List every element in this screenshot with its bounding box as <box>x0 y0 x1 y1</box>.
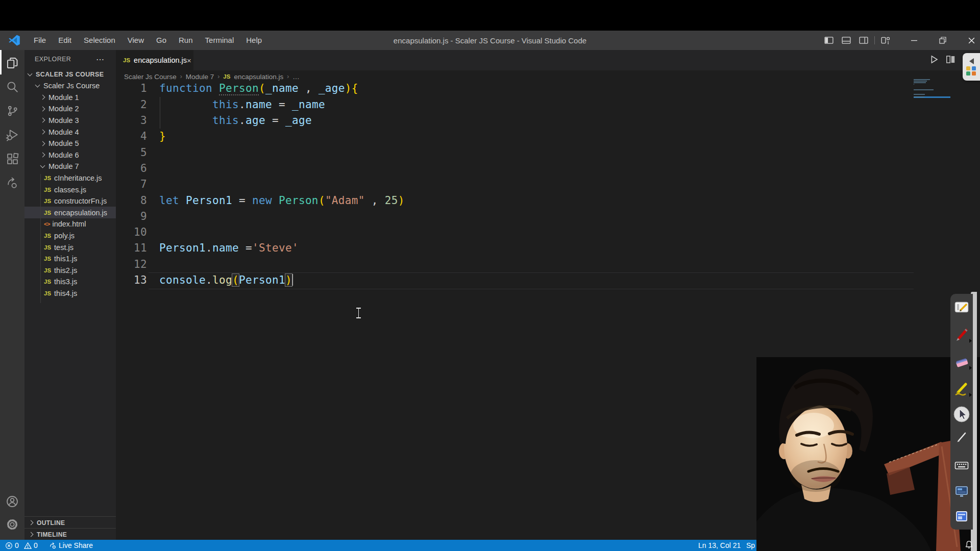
close-icon[interactable] <box>963 31 980 50</box>
code-line-4[interactable]: } <box>159 129 166 144</box>
file-this4.js[interactable]: JSthis4.js <box>24 287 116 299</box>
eraser-icon[interactable] <box>952 353 971 371</box>
line-number: 7 <box>116 177 147 192</box>
status-warnings[interactable]: 0 <box>24 540 38 551</box>
toggle-secondary-sidebar-icon[interactable] <box>855 31 872 50</box>
activitybar-run-debug[interactable] <box>0 123 24 146</box>
menu-view[interactable]: View <box>121 31 150 50</box>
activitybar-search[interactable] <box>0 75 24 98</box>
small-pen-icon[interactable] <box>952 428 971 446</box>
menu-help[interactable]: Help <box>240 31 268 50</box>
tree-indent-guide <box>40 174 41 303</box>
cursor-tool-icon[interactable] <box>952 405 971 423</box>
flyout-arrow-icon <box>969 339 972 343</box>
activitybar-extensions[interactable] <box>0 147 24 170</box>
minimap[interactable] <box>914 79 950 151</box>
status-errors[interactable]: 0 <box>5 540 19 551</box>
file-encapsulation.js[interactable]: JSencapsulation.js <box>24 207 116 218</box>
divider <box>874 36 875 44</box>
cursor-position[interactable]: Ln 13, Col 21 <box>698 540 741 551</box>
js-file-icon: JS <box>44 175 51 181</box>
chevron-down-icon <box>40 163 45 168</box>
file-index.html[interactable]: <>index.html <box>24 218 116 230</box>
folder-module-5[interactable]: Module 5 <box>24 138 116 149</box>
folder-module-3[interactable]: Module 3 <box>24 114 116 126</box>
toggle-sidebar-icon[interactable] <box>820 31 838 50</box>
file-cInheritance.js[interactable]: JScInheritance.js <box>24 172 116 184</box>
minimize-icon[interactable] <box>905 31 923 50</box>
vscode-logo-icon <box>8 34 20 46</box>
timeline-section[interactable]: TIMELINE <box>24 528 116 540</box>
folder-module-6[interactable]: Module 6 <box>24 149 116 161</box>
menu-selection[interactable]: Selection <box>78 31 121 50</box>
restore-icon[interactable] <box>934 31 951 50</box>
window-icon[interactable] <box>952 507 971 525</box>
js-file-icon: JS <box>44 290 51 296</box>
explorer-sidebar: EXPLORER ⋯ SCALER JS COURSEScaler Js Cou… <box>24 50 116 540</box>
pen-collapsed-panel[interactable] <box>963 53 980 81</box>
file-constructorFn.js[interactable]: JSconstructorFn.js <box>24 195 116 207</box>
mini-tools-icons <box>966 66 976 76</box>
code-line-2[interactable]: this.name = _name <box>159 97 325 113</box>
menu-file[interactable]: File <box>28 31 52 50</box>
file-test.js[interactable]: JStest.js <box>24 241 116 253</box>
js-file-icon: JS <box>44 267 51 273</box>
menu-terminal[interactable]: Terminal <box>199 31 240 50</box>
chevron-right-icon <box>40 130 45 135</box>
outline-section[interactable]: OUTLINE <box>24 516 116 529</box>
activitybar-explorer[interactable] <box>0 51 24 74</box>
file-this2.js[interactable]: JSthis2.js <box>24 264 116 276</box>
code-line-3[interactable]: this.age = _age <box>159 113 312 129</box>
folder-module-4[interactable]: Module 4 <box>24 126 116 138</box>
whiteboard-pen-icon[interactable] <box>952 298 971 316</box>
red-pen-icon[interactable] <box>952 325 971 344</box>
js-file-icon: JS <box>44 187 51 193</box>
activitybar-source-control[interactable] <box>0 99 24 122</box>
file-this1.js[interactable]: JSthis1.js <box>24 253 116 265</box>
minimap-line <box>914 94 925 95</box>
folder-module-2[interactable]: Module 2 <box>24 103 116 115</box>
line-number: 11 <box>116 240 147 256</box>
folder-module-7[interactable]: Module 7 <box>24 161 116 172</box>
folder-module-1[interactable]: Module 1 <box>24 91 116 103</box>
activitybar-live-share[interactable] <box>0 171 24 194</box>
screen-icon[interactable] <box>952 483 971 501</box>
file-this3.js[interactable]: JSthis3.js <box>24 276 116 288</box>
js-file-icon: JS <box>44 256 51 262</box>
line-number: 12 <box>116 257 147 272</box>
js-file-icon: JS <box>44 198 51 204</box>
menu-edit[interactable]: Edit <box>52 31 78 50</box>
highlighter-icon[interactable] <box>952 380 971 398</box>
code-line-11[interactable]: Person1.name ='Steve' <box>159 240 299 256</box>
chevron-down-icon <box>28 71 33 76</box>
pen-toolbar <box>950 294 973 530</box>
menu-go[interactable]: Go <box>150 31 173 50</box>
line-number: 9 <box>116 209 147 224</box>
notifications-bell-icon[interactable] <box>965 540 973 551</box>
chevron-right-icon <box>40 118 45 123</box>
minimap-line <box>914 82 926 83</box>
code-line-8[interactable]: let Person1 = new Person("Adam" , 25) <box>159 193 405 209</box>
folder-scaler-js-course[interactable]: Scaler Js Course <box>24 80 116 92</box>
line-number: 5 <box>116 145 147 161</box>
text-caret <box>292 274 293 286</box>
keyboard-icon[interactable] <box>952 456 971 474</box>
explorer-actions-icon[interactable]: ⋯ <box>96 55 105 64</box>
minimap-line <box>914 96 924 97</box>
code-line-1[interactable]: function Person(_name , _age){ <box>159 81 358 96</box>
window-controls <box>820 31 980 50</box>
chevron-right-icon <box>40 106 45 111</box>
collapse-arrow-icon <box>969 58 974 64</box>
liveshare-status[interactable]: Live Share <box>49 540 93 551</box>
menu-run[interactable]: Run <box>173 31 199 50</box>
indentation[interactable]: Sp <box>746 540 755 551</box>
folder-scaler-js-course[interactable]: SCALER JS COURSE <box>24 68 116 80</box>
activitybar-settings[interactable] <box>0 513 24 536</box>
toggle-panel-icon[interactable] <box>838 31 855 50</box>
code-line-13[interactable]: console.log(Person1) <box>159 272 293 288</box>
file-classes.js[interactable]: JSclasses.js <box>24 184 116 195</box>
customize-layout-icon[interactable] <box>877 31 894 50</box>
activitybar-accounts[interactable] <box>0 490 24 513</box>
file-poly.js[interactable]: JSpoly.js <box>24 230 116 241</box>
flyout-arrow-icon <box>969 366 972 370</box>
